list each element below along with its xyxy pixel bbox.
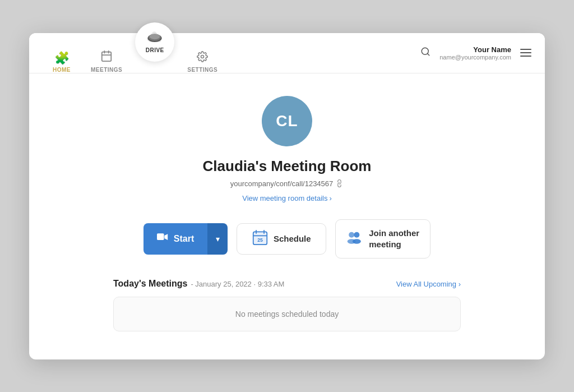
- view-all-link[interactable]: View All Upcoming ›: [396, 280, 461, 288]
- schedule-label: Schedule: [274, 234, 311, 243]
- start-btn-wrapper: Start ▾: [144, 223, 228, 255]
- meetings-label: MEETINGS: [91, 67, 122, 73]
- room-url: yourcompany/conf/call/1234567: [230, 179, 344, 188]
- join-icon: [346, 230, 363, 248]
- search-button[interactable]: [420, 47, 430, 59]
- avatar: CL: [262, 96, 312, 146]
- start-label: Start: [174, 234, 194, 244]
- drive-label: DRIVE: [146, 47, 164, 53]
- meetings-date: - January 25, 2022 · 9:33 AM: [191, 280, 284, 288]
- hamburger-line-3: [520, 56, 531, 57]
- room-url-text: yourcompany/conf/call/1234567: [230, 179, 334, 188]
- join-line2: meeting: [369, 239, 419, 250]
- dropdown-chevron-icon: ▾: [216, 234, 220, 243]
- user-info: Your Name name@yourcompany.com: [439, 45, 511, 61]
- start-dropdown-button[interactable]: ▾: [207, 223, 228, 255]
- settings-label: SETTINGS: [187, 67, 217, 73]
- nav-item-drive[interactable]: DRIVE: [135, 22, 174, 62]
- hamburger-line-2: [520, 52, 531, 53]
- hamburger-line-1: [520, 49, 531, 50]
- svg-point-16: [349, 232, 354, 237]
- view-details-chevron: ›: [329, 194, 331, 202]
- link-icon: [335, 178, 346, 190]
- view-details-link[interactable]: View meeting room details ›: [242, 194, 332, 202]
- meetings-icon: [100, 50, 113, 66]
- svg-rect-0: [102, 52, 112, 62]
- avatar-initials: CL: [276, 112, 298, 130]
- nav-item-meetings[interactable]: MEETINGS: [81, 50, 132, 73]
- meetings-title-group: Today's Meetings - January 25, 2022 · 9:…: [113, 279, 284, 289]
- svg-text:25: 25: [257, 237, 263, 242]
- start-button[interactable]: Start: [144, 223, 207, 255]
- video-icon: [157, 233, 168, 245]
- home-icon: 🧩: [54, 51, 70, 66]
- nav-item-home[interactable]: 🧩 HOME: [43, 51, 81, 73]
- svg-point-6: [150, 34, 160, 39]
- meetings-title: Today's Meetings: [113, 279, 187, 289]
- no-meetings-text: No meetings scheduled today: [235, 310, 339, 319]
- no-meetings-box: No meetings scheduled today: [113, 297, 461, 331]
- app-window: 🧩 HOME MEETINGS: [29, 33, 545, 359]
- user-name: Your Name: [439, 45, 511, 54]
- join-text: Join another meeting: [369, 228, 419, 250]
- join-line1: Join another: [369, 228, 419, 239]
- settings-icon: [197, 51, 208, 66]
- view-details-text: View meeting room details: [242, 194, 327, 202]
- view-all-text: View All Upcoming ›: [396, 280, 461, 288]
- svg-point-17: [354, 232, 360, 237]
- navbar: 🧩 HOME MEETINGS: [29, 33, 545, 73]
- svg-line-9: [428, 53, 429, 55]
- svg-point-7: [201, 56, 204, 58]
- meetings-section: Today's Meetings - January 25, 2022 · 9:…: [113, 279, 461, 331]
- home-label: HOME: [53, 67, 71, 73]
- main-content: CL Claudia's Meeting Room yourcompany/co…: [29, 73, 545, 359]
- svg-point-19: [353, 239, 361, 243]
- room-title: Claudia's Meeting Room: [203, 158, 372, 175]
- meetings-header: Today's Meetings - January 25, 2022 · 9:…: [113, 279, 461, 289]
- drive-icon: [147, 31, 163, 47]
- actions-row: Start ▾ 25 Schedule: [144, 219, 430, 259]
- nav-right: Your Name name@yourcompany.com: [420, 45, 531, 61]
- join-meeting-button[interactable]: Join another meeting: [335, 219, 430, 259]
- nav-left: 🧩 HOME MEETINGS: [43, 33, 228, 73]
- menu-button[interactable]: [520, 49, 531, 57]
- schedule-icon: 25: [252, 229, 268, 248]
- user-email: name@yourcompany.com: [439, 54, 511, 61]
- nav-item-settings[interactable]: SETTINGS: [177, 51, 228, 73]
- nav-drive-wrapper: DRIVE: [132, 33, 177, 73]
- schedule-button[interactable]: 25 Schedule: [237, 223, 326, 255]
- svg-rect-10: [157, 233, 164, 240]
